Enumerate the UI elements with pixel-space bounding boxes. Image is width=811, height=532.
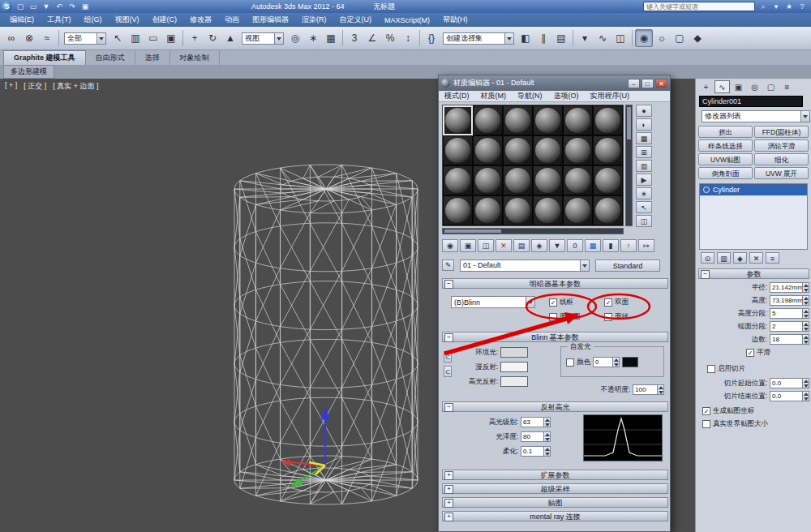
modifier-button[interactable]: 样条线选择 [698, 139, 753, 152]
material-sample-slot[interactable] [473, 165, 503, 195]
menu-item[interactable]: 修改器 [183, 15, 218, 25]
material-sample-slot[interactable] [443, 165, 473, 195]
put-material-to-scene-icon[interactable]: ▣ [460, 239, 476, 252]
tab-freeform[interactable]: 自由形式 [86, 51, 135, 65]
modifier-button[interactable]: 细化 [754, 153, 809, 165]
minimize-button[interactable]: – [628, 79, 640, 88]
material-sample-slot[interactable] [503, 195, 533, 225]
menu-item[interactable]: 渲染(R) [295, 15, 333, 25]
material-editor-icon[interactable]: ◉ [635, 29, 653, 47]
spinner-snap-icon[interactable]: ↕ [399, 29, 417, 47]
height-segments-value[interactable]: 5 [770, 308, 802, 319]
modifier-button[interactable]: UVW 展开 [754, 167, 809, 179]
remove-modifier-icon[interactable]: ✕ [749, 252, 763, 264]
material-name-dropdown[interactable]: 01 - Default [460, 260, 590, 272]
height-segments-spinner[interactable]: 5 [770, 308, 809, 319]
slice-to-value[interactable]: 0.0 [770, 391, 802, 401]
named-selection-sets-dropdown[interactable]: 创建选择集 [443, 32, 514, 45]
modifier-stack[interactable]: Cylinder [699, 183, 808, 250]
faceted-checkbox[interactable] [604, 313, 612, 321]
material-type-button[interactable]: Standard [595, 260, 660, 272]
background-icon[interactable]: ▦ [636, 132, 652, 144]
use-pivot-point-icon[interactable]: ◎ [286, 29, 304, 47]
material-sample-slot[interactable] [503, 135, 533, 165]
display-tab-icon[interactable]: ▢ [763, 80, 779, 93]
material-sample-slot[interactable] [533, 165, 563, 195]
soften-spinner[interactable]: 0.1 [521, 446, 551, 457]
self-illum-spinner[interactable]: 0 [593, 357, 620, 367]
diffuse-specular-lock-icon[interactable]: ⊂ [444, 366, 452, 377]
angle-snap-icon[interactable]: ∠ [363, 29, 381, 47]
spinner-arrows-icon[interactable] [802, 295, 809, 306]
sign-in-icon[interactable]: ▾ [770, 2, 782, 11]
dropdown-arrow-icon[interactable] [800, 111, 809, 122]
assign-material-to-selection-icon[interactable]: ◫ [478, 239, 494, 252]
menu-item[interactable]: 编辑(E) [3, 15, 41, 25]
spinner-arrows-icon[interactable] [802, 282, 809, 293]
real-world-map-size-checkbox[interactable] [702, 420, 710, 428]
sample-ui-tiling-icon[interactable]: ⊞ [636, 146, 652, 158]
radius-value[interactable]: 21.142mm [770, 282, 802, 293]
unlink-selection-icon[interactable]: ⊗ [20, 29, 38, 47]
height-spinner[interactable]: 73.198mm [770, 295, 809, 306]
height-value[interactable]: 73.198mm [770, 295, 802, 306]
mirror-icon[interactable]: ◧ [517, 29, 534, 47]
utilities-tab-icon[interactable]: ≡ [779, 80, 795, 93]
schematic-view-icon[interactable]: ◫ [611, 29, 629, 47]
make-material-copy-icon[interactable]: ▤ [513, 239, 530, 252]
smooth-checkbox[interactable]: ✓ [746, 349, 754, 357]
menu-item[interactable]: 动画 [218, 15, 246, 25]
save-file-icon[interactable]: ▼ [41, 2, 52, 11]
viewport-menu-pov[interactable]: [ 正交 ] [24, 81, 46, 92]
search-input[interactable] [643, 2, 755, 11]
favorites-icon[interactable]: ★ [783, 2, 795, 11]
make-unique-icon[interactable]: ◈ [733, 252, 747, 264]
select-and-link-icon[interactable]: ∞ [2, 29, 20, 47]
material-sample-slot[interactable] [473, 135, 503, 165]
material-sample-slot[interactable] [503, 105, 533, 135]
opacity-value[interactable]: 100 [633, 384, 657, 395]
select-and-manipulate-icon[interactable]: ∗ [304, 29, 322, 47]
material-sample-slot[interactable] [443, 135, 473, 165]
maximize-button[interactable]: □ [642, 79, 654, 88]
material-sample-slot[interactable] [563, 135, 593, 165]
put-to-library-icon[interactable]: ▼ [549, 239, 565, 252]
material-sample-slot[interactable] [443, 105, 473, 135]
modifier-button[interactable]: 涡轮平滑 [754, 139, 809, 152]
collapsed-rollout-header[interactable]: 扩展参数 [442, 470, 668, 480]
open-file-icon[interactable]: ▭ [28, 2, 39, 11]
menu-item[interactable]: 组(G) [78, 15, 109, 25]
slice-from-value[interactable]: 0.0 [770, 378, 802, 388]
ambient-diffuse-lock-icon[interactable]: ⊂ [444, 351, 452, 363]
menu-item[interactable]: 自定义(U) [333, 15, 379, 25]
menu-item[interactable]: 创建(C) [146, 15, 184, 25]
snaps-toggle-icon[interactable]: 3 [345, 29, 363, 47]
self-illum-color-checkbox[interactable] [566, 358, 574, 367]
material-sample-slot[interactable] [443, 195, 473, 225]
menu-item[interactable]: 工具(T) [41, 15, 78, 25]
edit-named-selection-sets-icon[interactable]: {} [423, 29, 440, 47]
collapsed-rollout-header[interactable]: 贴图 [442, 497, 668, 508]
options-icon[interactable]: ∗ [636, 187, 652, 200]
app-logo-icon[interactable]: S [2, 2, 12, 12]
tab-selection[interactable]: 选择 [135, 51, 170, 65]
reset-map-icon[interactable]: ✕ [496, 239, 512, 252]
new-scene-icon[interactable]: ▢ [15, 2, 26, 11]
glossiness-value[interactable]: 80 [521, 431, 543, 442]
pin-stack-icon[interactable]: ⊙ [701, 252, 714, 264]
spinner-arrows-icon[interactable] [802, 334, 809, 345]
sides-spinner[interactable]: 18 [770, 334, 809, 345]
select-and-scale-icon[interactable]: ▲ [221, 29, 239, 47]
viewport-menu-general[interactable]: [ + ] [5, 81, 17, 92]
shader-type-dropdown[interactable]: (B)Blinn [451, 296, 535, 308]
select-and-move-icon[interactable]: + [186, 29, 204, 47]
glossiness-spinner[interactable]: 80 [521, 431, 551, 442]
spinner-arrows-icon[interactable] [543, 417, 551, 427]
sample-vertical-scrollbar[interactable] [625, 105, 633, 226]
select-by-material-icon[interactable]: ↖ [636, 201, 652, 213]
dropdown-arrow-icon[interactable] [274, 33, 283, 44]
dropdown-arrow-icon[interactable] [504, 33, 513, 44]
material-id-channel-icon[interactable]: 0 [567, 239, 583, 252]
material-sample-slot[interactable] [533, 105, 563, 135]
slice-from-spinner[interactable]: 0.0 [770, 378, 809, 388]
